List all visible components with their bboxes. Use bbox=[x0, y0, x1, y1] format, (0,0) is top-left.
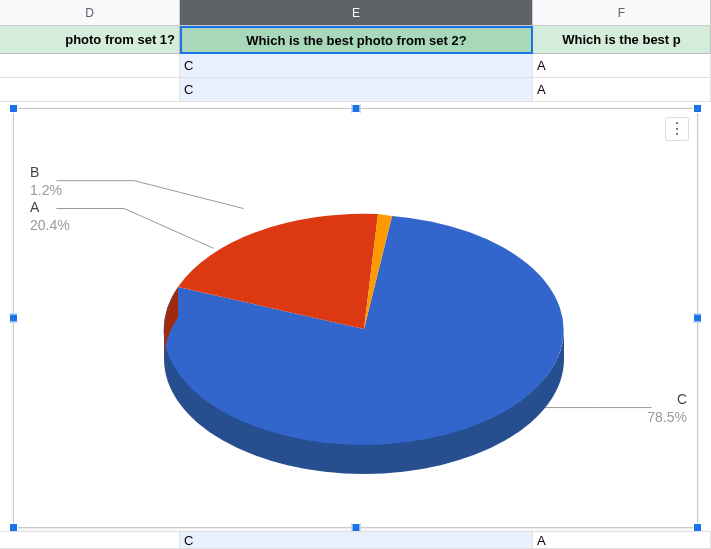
cell[interactable]: C bbox=[180, 54, 533, 78]
cell[interactable] bbox=[0, 531, 180, 549]
cell[interactable]: A bbox=[533, 54, 711, 78]
cell[interactable]: A bbox=[533, 78, 711, 102]
spreadsheet-grid: D E F photo from set 1? Which is the bes… bbox=[0, 0, 711, 102]
pie-chart: B 1.2% A 20.4% C 78.5% bbox=[14, 109, 697, 527]
cell[interactable] bbox=[0, 54, 180, 78]
slice-label-C: C 78.5% bbox=[647, 391, 687, 426]
column-header-F[interactable]: F bbox=[533, 0, 711, 25]
column-header-D[interactable]: D bbox=[0, 0, 180, 25]
cell[interactable]: C bbox=[180, 78, 533, 102]
partial-bottom-row: C A bbox=[0, 531, 711, 549]
cell-header-D[interactable]: photo from set 1? bbox=[0, 26, 180, 54]
cell[interactable]: A bbox=[533, 531, 711, 549]
column-header-row: D E F bbox=[0, 0, 711, 26]
cell[interactable] bbox=[0, 78, 180, 102]
column-header-E[interactable]: E bbox=[180, 0, 533, 25]
cell[interactable]: C bbox=[180, 531, 533, 549]
slice-label-A: A 20.4% bbox=[30, 199, 70, 234]
cell-header-F[interactable]: Which is the best p bbox=[533, 26, 711, 54]
cell-header-E[interactable]: Which is the best photo from set 2? bbox=[180, 26, 533, 54]
pie-chart-container[interactable]: ⋮ B 1.2% A 20.4% bbox=[13, 108, 698, 528]
pie-svg bbox=[154, 164, 574, 494]
slice-label-B: B 1.2% bbox=[30, 164, 62, 199]
